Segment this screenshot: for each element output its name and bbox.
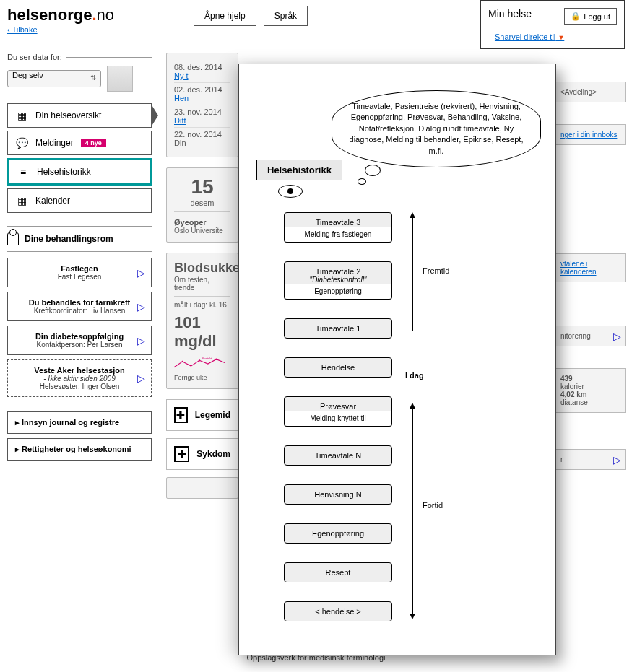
site-logo: helsenorge.no: [7, 6, 114, 25]
frag-avdeling: <Avdeling>: [554, 82, 626, 102]
avatar: [107, 66, 133, 92]
chevron-right-icon: ▷: [137, 335, 145, 346]
tl-resept[interactable]: Resept: [284, 562, 392, 582]
svg-point-2: [215, 359, 217, 360]
diseases-row[interactable]: ✚ Sykdom: [166, 438, 238, 470]
tl-timeavtale1[interactable]: Timeavtale 1: [284, 318, 392, 339]
cloud-callout: Timeavtale, Pasientreise (rekvirert), He…: [332, 90, 541, 167]
tl-timeavtale3-sub[interactable]: Melding fra fastlegen: [284, 227, 392, 243]
room-helsestasjon[interactable]: Veste Aker helsestasjon - Ikke aktiv sid…: [7, 359, 152, 397]
tl-generic-hendelse[interactable]: < hendelse >: [284, 601, 392, 621]
mini-chart: Kontakt: [174, 354, 230, 374]
rooms-title: Dine behandlingsrom: [7, 226, 152, 252]
calendar-icon: ▦: [15, 195, 28, 206]
chevron-right-icon: ▷: [137, 301, 145, 313]
tl-egenoppforing[interactable]: Egenoppføring: [284, 523, 392, 544]
chevron-right-icon: ▷: [137, 372, 145, 384]
rights-link[interactable]: Rettigheter og helseøkonomi: [7, 438, 152, 461]
back-link[interactable]: Tilbake: [7, 25, 38, 34]
language-button[interactable]: Språk: [264, 6, 308, 26]
history-title: Helsehistorikk: [256, 160, 342, 180]
frag-monitor[interactable]: nitorering ▷: [554, 326, 626, 346]
grid-icon: ▦: [15, 110, 28, 121]
lock-icon: 🔒: [571, 12, 581, 21]
chevron-right-icon: ▷: [137, 267, 145, 279]
chat-icon: 💬: [15, 137, 28, 149]
history-overlay: Timeavtale, Pasientreise (rekvirert), He…: [238, 64, 556, 655]
svg-text:Kontakt: Kontakt: [202, 357, 212, 360]
eye-icon: [278, 185, 303, 198]
persona-select[interactable]: Deg selv: [7, 70, 101, 87]
person-icon: [7, 232, 19, 245]
room-tarmkreft[interactable]: Du behandles for tarmkreft Kreftkoordina…: [7, 292, 152, 321]
nav-history[interactable]: ≡ Helsehistorikk: [7, 158, 152, 186]
bloodsugar-panel: Blodsukke Om testen, trende målt i dag: …: [166, 253, 238, 389]
frag-calendar: vtalene i kalenderen: [554, 253, 626, 282]
journal-link[interactable]: Innsyn journal og registre: [7, 411, 152, 434]
tl-henvisning-n[interactable]: Henvisning N: [284, 484, 392, 505]
frag-stats: 439 kalorier 4,02 km diatanse: [554, 368, 626, 413]
appointment-panel: 15 desem Øyeoper Oslo Universite: [166, 167, 238, 243]
min-helse-panel: 🔒 Logg ut Min helse Snarvei direkte til …: [480, 0, 625, 49]
bg-placeholder: [166, 477, 238, 499]
pill-icon: ✚: [174, 407, 188, 423]
tl-hendelse[interactable]: Hendelse: [284, 357, 392, 378]
messages-badge: 4 nye: [81, 139, 106, 147]
tl-timeavtale-n[interactable]: Timeavtale N: [284, 445, 392, 466]
chevron-right-icon: ▷: [613, 331, 621, 342]
nav-calendar[interactable]: ▦ Kalender: [7, 188, 152, 213]
news-panel: 08. des. 2014 Ny t 02. des. 2014 Hen 23.…: [166, 53, 238, 157]
tl-timeavtale2-sub[interactable]: Egenoppføring: [284, 284, 392, 300]
tl-provesvar-sub[interactable]: Melding knyttet til: [284, 411, 392, 427]
frag-r[interactable]: r ▷: [554, 449, 626, 470]
svg-point-0: [182, 361, 183, 362]
medications-row[interactable]: ✚ Legemid: [166, 399, 238, 431]
frag-inbox: nger i din innboks: [554, 124, 626, 145]
logout-button[interactable]: 🔒 Logg ut: [564, 8, 617, 25]
medkit-icon: ✚: [174, 446, 189, 462]
data-for-label: Du ser data for:: [7, 53, 152, 61]
svg-point-1: [199, 359, 200, 361]
nav-overview[interactable]: ▦ Din helseoversikt: [7, 103, 152, 128]
nav-messages[interactable]: 💬 Meldinger 4 nye: [7, 131, 152, 155]
room-diabetes[interactable]: Din diabetesoppfølging Kontaktperson: Pe…: [7, 326, 152, 355]
chevron-right-icon: ▷: [613, 454, 621, 466]
open-help-button[interactable]: Åpne hjelp: [194, 6, 256, 26]
room-fastlegen[interactable]: Fastlegen Fast Legesen ▷: [7, 258, 152, 287]
timeline-axis: Fremtid I dag Fortid: [405, 212, 463, 621]
shortcut-link[interactable]: Snarvei direkte til ▼: [495, 32, 564, 41]
list-icon: ≡: [17, 166, 30, 178]
